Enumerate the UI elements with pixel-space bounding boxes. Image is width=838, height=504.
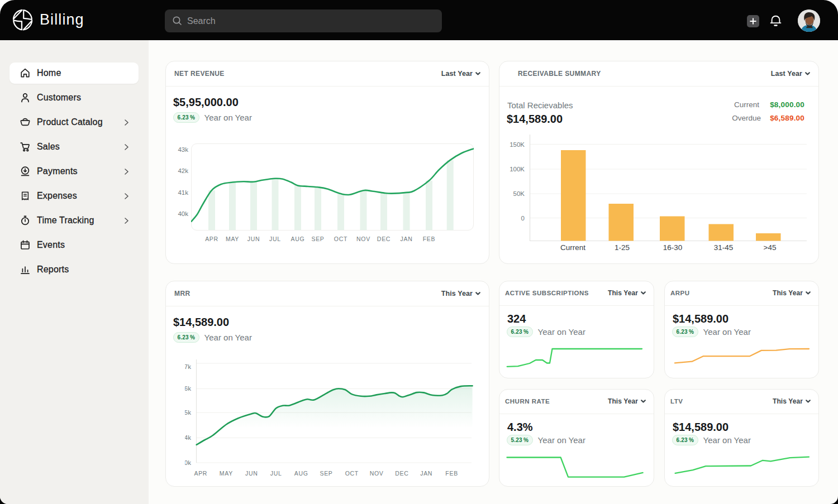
svg-text:APR: APR (194, 470, 207, 477)
svg-text:APR: APR (205, 236, 218, 242)
svg-text:Current: Current (560, 243, 585, 252)
svg-text:41k: 41k (178, 189, 188, 196)
svg-text:JAN: JAN (420, 470, 432, 477)
svg-text:5k: 5k (185, 409, 191, 416)
svg-text:50K: 50K (513, 190, 525, 197)
svg-text:>45: >45 (764, 243, 777, 252)
svg-text:NOV: NOV (370, 470, 384, 477)
svg-text:JUN: JUN (245, 470, 258, 477)
svg-text:FEB: FEB (423, 236, 436, 242)
svg-text:DEC: DEC (395, 470, 408, 477)
svg-text:31-45: 31-45 (714, 243, 734, 252)
svg-text:16-30: 16-30 (663, 243, 683, 252)
svg-text:OCT: OCT (334, 236, 347, 242)
svg-text:SEP: SEP (311, 236, 324, 242)
svg-text:MAY: MAY (226, 236, 239, 242)
svg-text:0k: 0k (185, 459, 191, 466)
svg-text:FEB: FEB (445, 470, 458, 477)
svg-text:6k: 6k (185, 385, 191, 392)
svg-text:42k: 42k (178, 167, 188, 174)
svg-text:150K: 150K (510, 141, 525, 148)
svg-text:JAN: JAN (401, 236, 413, 242)
svg-text:MAY: MAY (220, 470, 233, 477)
svg-text:JUL: JUL (269, 236, 281, 242)
svg-text:4k: 4k (185, 434, 191, 441)
svg-text:SEP: SEP (320, 470, 332, 477)
svg-text:DEC: DEC (377, 236, 391, 242)
svg-text:AUG: AUG (294, 470, 308, 477)
svg-text:43k: 43k (178, 146, 188, 153)
svg-text:0: 0 (521, 215, 525, 222)
svg-text:OCT: OCT (345, 470, 359, 477)
svg-text:1-25: 1-25 (615, 243, 630, 252)
svg-text:100K: 100K (510, 166, 525, 172)
svg-text:JUN: JUN (247, 236, 260, 242)
svg-text:JUL: JUL (270, 470, 282, 477)
svg-text:40k: 40k (178, 210, 188, 217)
svg-text:AUG: AUG (291, 236, 305, 242)
svg-text:NOV: NOV (356, 236, 370, 242)
svg-text:7k: 7k (185, 363, 191, 370)
